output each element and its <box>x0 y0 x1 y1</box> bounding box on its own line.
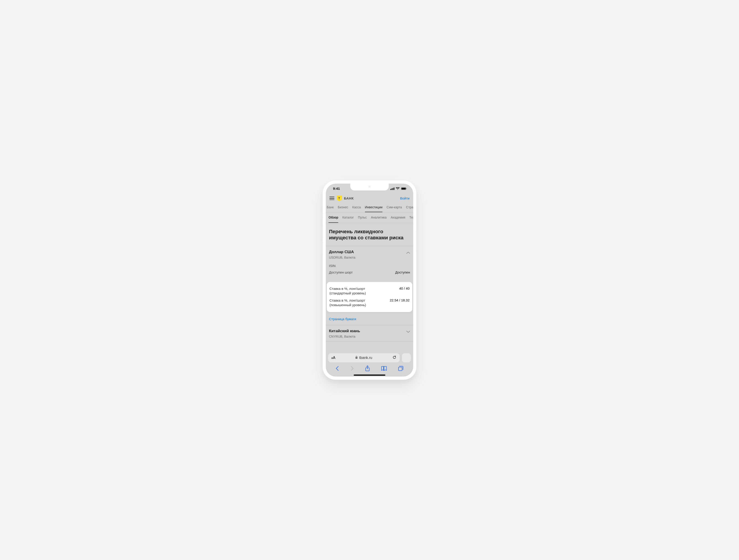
login-link[interactable]: Войти <box>400 196 410 200</box>
svg-rect-0 <box>390 189 391 190</box>
svg-rect-5 <box>402 188 406 189</box>
menu-button[interactable] <box>329 196 334 200</box>
asset-subtitle: USDRUB, Валюта <box>329 256 355 259</box>
isin-label: ISIN <box>329 264 335 268</box>
asset-header-cny[interactable]: Китайский юань CNYRUB, Валюта <box>326 325 413 341</box>
battery-icon <box>401 187 407 190</box>
subnav-pulse[interactable]: Пульс <box>358 216 367 223</box>
status-time: 9:41 <box>333 186 340 190</box>
chevron-up-icon <box>406 251 410 255</box>
rate-std-value: 40 / 40 <box>399 286 410 290</box>
svg-rect-2 <box>393 188 393 190</box>
nav-investments[interactable]: Инвестиции <box>365 205 383 212</box>
page-title: Перечень ликвидного имущества со ставкам… <box>326 223 413 246</box>
asset-body-usd: ISIN Доступен шорт Доступен <box>326 262 413 280</box>
lock-icon <box>355 356 358 360</box>
subnav-academy[interactable]: Академия <box>391 216 406 223</box>
short-value: Доступен <box>395 270 410 274</box>
browser-url-bar: AA tbank.ru <box>328 353 411 362</box>
instrument-page-link[interactable]: Страница бумаги <box>326 313 413 325</box>
nav-kassa[interactable]: Касса <box>352 205 361 212</box>
svg-rect-7 <box>355 357 357 359</box>
notch <box>350 184 389 190</box>
rate-std-label: Ставка в %, лонг/шорт (стандартный урове… <box>329 286 366 296</box>
wifi-icon <box>396 187 400 190</box>
primary-nav: Банк Бизнес Касса Инвестиции Сим-карта С… <box>326 203 413 213</box>
url-text: tbank.ru <box>359 356 372 360</box>
nav-sim[interactable]: Сим-карта <box>387 205 402 212</box>
brand-name: БАНК <box>344 196 354 200</box>
asset-item-cny: Китайский юань CNYRUB, Валюта <box>326 325 413 342</box>
secondary-nav: Обзор Каталог Пульс Аналитика Академия Т… <box>326 213 413 223</box>
asset-item-usd: Доллар США USDRUB, Валюта ISIN Доступен … <box>326 246 413 325</box>
subnav-catalog[interactable]: Каталог <box>342 216 354 223</box>
subnav-terminal[interactable]: Термин <box>409 216 413 223</box>
subnav-overview[interactable]: Обзор <box>328 216 338 223</box>
url-display: tbank.ru <box>355 356 372 360</box>
status-icons <box>390 187 407 190</box>
content: Перечень ликвидного имущества со ставкам… <box>326 223 413 351</box>
svg-rect-3 <box>394 187 395 190</box>
subnav-analytics[interactable]: Аналитика <box>371 216 387 223</box>
nav-business[interactable]: Бизнес <box>338 205 348 212</box>
chevron-down-icon <box>406 330 410 334</box>
nav-insurance[interactable]: Страхован <box>406 205 413 212</box>
brand-logo-icon: T <box>337 195 342 201</box>
asset-header-usd[interactable]: Доллар США USDRUB, Валюта <box>326 246 413 262</box>
rates-card: Ставка в %, лонг/шорт (стандартный урове… <box>327 282 412 312</box>
short-label: Доступен шорт <box>329 270 353 274</box>
volume-down-button <box>322 242 323 254</box>
bookmarks-button[interactable] <box>381 366 387 371</box>
asset-subtitle: CNYRUB, Валюта <box>329 335 360 338</box>
silence-switch <box>322 212 323 219</box>
url-extra-button[interactable] <box>402 353 411 362</box>
screen: 9:41 T БАНК Войти Банк Бизнес Касс <box>326 184 413 377</box>
browser-toolbar <box>326 362 413 373</box>
tabs-button[interactable] <box>398 366 404 371</box>
rate-high-value: 22.54 / 18.32 <box>390 298 410 302</box>
power-button <box>416 230 417 251</box>
url-pill[interactable]: AA tbank.ru <box>328 353 400 362</box>
app-header: T БАНК Войти <box>326 193 413 203</box>
svg-rect-9 <box>399 367 402 371</box>
text-size-button[interactable]: AA <box>331 356 335 360</box>
nav-bank[interactable]: Банк <box>327 205 334 212</box>
share-button[interactable] <box>365 366 370 371</box>
phone-frame: 9:41 T БАНК Войти Банк Бизнес Касс <box>323 180 416 380</box>
asset-title: Китайский юань <box>329 329 360 333</box>
asset-title: Доллар США <box>329 250 355 254</box>
cellular-icon <box>390 187 395 190</box>
reload-icon[interactable] <box>392 355 397 360</box>
rate-high-label: Ставка в %, лонг/шорт (повышенный уровен… <box>329 298 366 307</box>
svg-rect-1 <box>392 188 392 190</box>
forward-button[interactable] <box>350 366 354 371</box>
back-button[interactable] <box>335 366 339 371</box>
svg-rect-6 <box>406 188 407 189</box>
home-indicator[interactable] <box>354 375 385 376</box>
volume-up-button <box>322 226 323 238</box>
